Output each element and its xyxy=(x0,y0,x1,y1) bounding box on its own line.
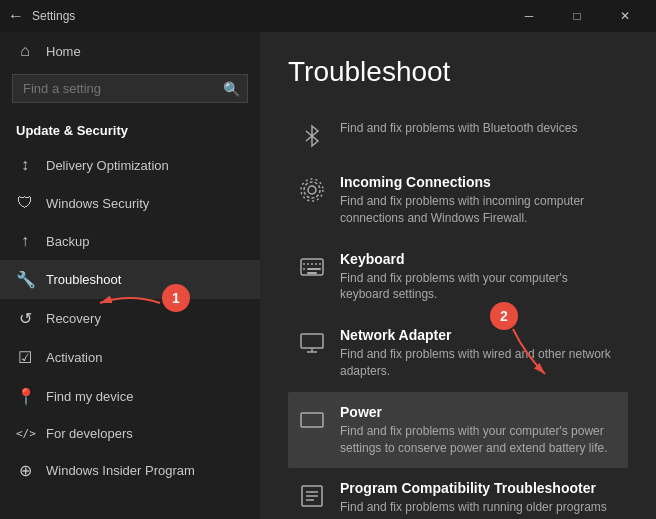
sidebar-item-backup[interactable]: ↑ Backup xyxy=(0,222,260,260)
content-area: Troubleshoot Find and fix problems with … xyxy=(260,32,656,519)
sidebar-item-find-device[interactable]: 📍 Find my device xyxy=(0,377,260,416)
maximize-button[interactable]: □ xyxy=(554,0,600,32)
main-layout: ⌂ Home 🔍 Update & Security ↕ Delivery Op… xyxy=(0,32,656,519)
close-button[interactable]: ✕ xyxy=(602,0,648,32)
titlebar-controls: ─ □ ✕ xyxy=(506,0,648,32)
troubleshoot-power[interactable]: Power Find and fix problems with your co… xyxy=(288,392,628,469)
sidebar-item-windows-security[interactable]: 🛡 Windows Security xyxy=(0,184,260,222)
sidebar-item-developers-label: For developers xyxy=(46,426,133,441)
sidebar-item-insider[interactable]: ⊕ Windows Insider Program xyxy=(0,451,260,490)
sidebar-item-troubleshoot-label: Troubleshoot xyxy=(46,272,121,287)
power-desc: Find and fix problems with your computer… xyxy=(340,423,618,457)
delivery-icon: ↕ xyxy=(16,156,34,174)
incoming-text: Incoming Connections Find and fix proble… xyxy=(340,174,618,227)
compatibility-name: Program Compatibility Troubleshooter xyxy=(340,480,618,496)
sidebar: ⌂ Home 🔍 Update & Security ↕ Delivery Op… xyxy=(0,32,260,519)
titlebar: ← Settings ─ □ ✕ xyxy=(0,0,656,32)
network-text: Network Adapter Find and fix problems wi… xyxy=(340,327,618,380)
find-device-icon: 📍 xyxy=(16,387,34,406)
network-icon xyxy=(298,329,326,357)
power-text: Power Find and fix problems with your co… xyxy=(340,404,618,457)
sidebar-item-insider-label: Windows Insider Program xyxy=(46,463,195,478)
keyboard-desc: Find and fix problems with your computer… xyxy=(340,270,618,304)
sidebar-item-windows-security-label: Windows Security xyxy=(46,196,149,211)
search-input[interactable] xyxy=(12,74,248,103)
svg-point-1 xyxy=(304,182,320,198)
troubleshoot-icon: 🔧 xyxy=(16,270,34,289)
minimize-button[interactable]: ─ xyxy=(506,0,552,32)
sidebar-item-recovery[interactable]: ↺ Recovery xyxy=(0,299,260,338)
troubleshoot-keyboard[interactable]: Keyboard Find and fix problems with your… xyxy=(288,239,628,316)
compatibility-text: Program Compatibility Troubleshooter Fin… xyxy=(340,480,618,519)
home-icon: ⌂ xyxy=(16,42,34,60)
sidebar-item-home-label: Home xyxy=(46,44,81,59)
page-title: Troubleshoot xyxy=(288,56,628,88)
svg-rect-15 xyxy=(301,413,323,427)
back-icon[interactable]: ← xyxy=(8,7,24,25)
troubleshoot-compatibility[interactable]: Program Compatibility Troubleshooter Fin… xyxy=(288,468,628,519)
recovery-icon: ↺ xyxy=(16,309,34,328)
power-icon xyxy=(298,406,326,434)
bluetooth-icon xyxy=(298,122,326,150)
sidebar-item-activation-label: Activation xyxy=(46,350,102,365)
shield-icon: 🛡 xyxy=(16,194,34,212)
activation-icon: ☑ xyxy=(16,348,34,367)
sidebar-search-container: 🔍 xyxy=(12,74,248,103)
troubleshoot-bluetooth[interactable]: Find and fix problems with Bluetooth dev… xyxy=(288,108,628,162)
sidebar-item-delivery-optimization[interactable]: ↕ Delivery Optimization xyxy=(0,146,260,184)
sidebar-item-delivery-label: Delivery Optimization xyxy=(46,158,169,173)
troubleshoot-network[interactable]: Network Adapter Find and fix problems wi… xyxy=(288,315,628,392)
incoming-name: Incoming Connections xyxy=(340,174,618,190)
svg-rect-12 xyxy=(301,334,323,348)
keyboard-name: Keyboard xyxy=(340,251,618,267)
incoming-desc: Find and fix problems with incoming comp… xyxy=(340,193,618,227)
incoming-icon xyxy=(298,176,326,204)
compatibility-icon xyxy=(298,482,326,510)
compatibility-desc: Find and fix problems with running older… xyxy=(340,499,618,519)
troubleshoot-incoming[interactable]: Incoming Connections Find and fix proble… xyxy=(288,162,628,239)
keyboard-icon xyxy=(298,253,326,281)
svg-point-0 xyxy=(308,186,316,194)
developers-icon: </> xyxy=(16,427,34,440)
sidebar-item-activation[interactable]: ☑ Activation xyxy=(0,338,260,377)
keyboard-text: Keyboard Find and fix problems with your… xyxy=(340,251,618,304)
titlebar-left: ← Settings xyxy=(8,7,75,25)
sidebar-item-recovery-label: Recovery xyxy=(46,311,101,326)
insider-icon: ⊕ xyxy=(16,461,34,480)
sidebar-item-backup-label: Backup xyxy=(46,234,89,249)
sidebar-item-find-device-label: Find my device xyxy=(46,389,133,404)
backup-icon: ↑ xyxy=(16,232,34,250)
network-desc: Find and fix problems with wired and oth… xyxy=(340,346,618,380)
sidebar-item-developers[interactable]: </> For developers xyxy=(0,416,260,451)
search-icon: 🔍 xyxy=(223,81,240,97)
power-name: Power xyxy=(340,404,618,420)
sidebar-item-home[interactable]: ⌂ Home xyxy=(0,32,260,70)
titlebar-title: Settings xyxy=(32,9,75,23)
network-name: Network Adapter xyxy=(340,327,618,343)
bluetooth-text: Find and fix problems with Bluetooth dev… xyxy=(340,120,577,137)
bluetooth-desc: Find and fix problems with Bluetooth dev… xyxy=(340,120,577,137)
sidebar-item-troubleshoot[interactable]: 🔧 Troubleshoot xyxy=(0,260,260,299)
sidebar-section-title: Update & Security xyxy=(0,115,260,146)
